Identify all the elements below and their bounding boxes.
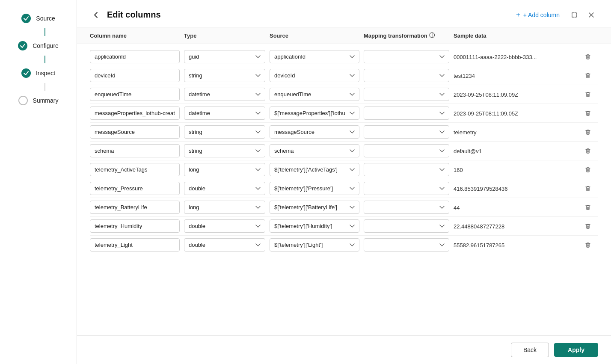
type-select[interactable]: guidstringdatetimelongdoubleintbooleanfl… [184,219,265,233]
source-select[interactable]: messageSource [270,125,359,139]
type-select[interactable]: guidstringdatetimelongdoubleintbooleanfl… [184,69,265,82]
type-select[interactable]: guidstringdatetimelongdoubleintbooleanfl… [184,182,265,195]
column-name-input[interactable] [90,163,180,176]
column-name-input[interactable] [90,201,180,214]
mapping-select[interactable] [364,163,449,176]
sidebar-item-source[interactable]: Source [13,9,63,28]
mapping-select[interactable] [364,107,449,120]
column-name-input[interactable] [90,69,180,82]
column-headers: Column name Type Source Mapping transfor… [77,27,611,44]
mapping-select[interactable] [364,238,449,252]
col-header-source: Source [270,32,364,39]
col-header-name: Column name [90,32,184,39]
delete-row-button[interactable] [583,240,593,250]
source-select[interactable]: schema [270,144,359,157]
table-row: guidstringdatetimelongdoubleintbooleanfl… [90,160,598,179]
sample-data-value: 160 [454,167,466,173]
delete-row-button[interactable] [583,108,593,118]
delete-row-button[interactable] [583,183,593,194]
column-name-input[interactable] [90,144,180,157]
table-row: guidstringdatetimelongdoubleintbooleanfl… [90,236,598,254]
column-name-input[interactable] [90,238,180,252]
connector-1 [44,28,45,36]
type-select[interactable]: guidstringdatetimelongdoubleintbooleanfl… [184,163,265,176]
source-select[interactable]: $['telemetry']['BatteryLife'] [270,201,359,214]
delete-row-button[interactable] [583,71,593,81]
source-select[interactable]: applicationId [270,50,359,63]
type-select[interactable]: guidstringdatetimelongdoubleintbooleanfl… [184,107,265,120]
table-row: guidstringdatetimelongdoubleintbooleanfl… [90,66,598,85]
table-row: guidstringdatetimelongdoubleintbooleanfl… [90,123,598,142]
mapping-select[interactable] [364,69,449,82]
sidebar-label-summary: Summary [33,97,59,104]
back-button[interactable]: Back [511,343,549,357]
column-name-input[interactable] [90,219,180,233]
type-select[interactable]: guidstringdatetimelongdoubleintbooleanfl… [184,50,265,63]
col-header-type: Type [184,32,270,39]
column-name-input[interactable] [90,50,180,63]
step-circle-source [21,14,31,23]
source-select[interactable]: $['telemetry']['ActiveTags'] [270,163,359,176]
mapping-select[interactable] [364,88,449,101]
sidebar-item-inspect[interactable]: Inspect [13,63,64,83]
rows-container: guidstringdatetimelongdoubleintbooleanfl… [77,44,611,335]
add-column-button[interactable]: ＋ + Add column [510,8,564,22]
type-select[interactable]: guidstringdatetimelongdoubleintbooleanfl… [184,201,265,214]
delete-row-button[interactable] [583,202,593,213]
delete-row-button[interactable] [583,165,593,175]
source-select[interactable]: $['telemetry']['Pressure'] [270,182,359,195]
sidebar-label-inspect: Inspect [36,70,55,77]
header: Edit columns ＋ + Add column [77,0,611,27]
source-select[interactable]: $['telemetry']['Light'] [270,238,359,252]
sidebar-item-configure[interactable]: Configure [9,36,67,56]
mapping-select[interactable] [364,201,449,214]
mapping-select[interactable] [364,144,449,157]
add-column-label: + Add column [523,12,560,18]
table-row: guidstringdatetimelongdoubleintbooleanfl… [90,198,598,217]
type-select[interactable]: guidstringdatetimelongdoubleintbooleanfl… [184,125,265,139]
sample-data-value: 416.85391979528436 [454,186,511,192]
source-select[interactable]: deviceId [270,69,359,82]
sidebar: Source Configure Inspect Summary [0,0,77,364]
delete-row-button[interactable] [583,89,593,100]
mapping-select[interactable] [364,182,449,195]
sample-data-value: default@v1 [454,148,485,154]
source-select[interactable]: $['messageProperties']['iothu [270,107,359,120]
mapping-select[interactable] [364,50,449,63]
source-select[interactable]: enqueuedTime [270,88,359,101]
column-name-input[interactable] [90,107,180,120]
mapping-select[interactable] [364,219,449,233]
step-circle-summary [18,96,28,105]
close-button[interactable] [584,10,598,20]
sample-data-value: 44 [454,204,463,211]
delete-row-button[interactable] [583,146,593,156]
column-name-input[interactable] [90,88,180,101]
delete-row-button[interactable] [583,221,593,231]
apply-button[interactable]: Apply [554,343,598,357]
type-select[interactable]: guidstringdatetimelongdoubleintbooleanfl… [184,144,265,157]
type-select[interactable]: guidstringdatetimelongdoubleintbooleanfl… [184,238,265,252]
table-row: guidstringdatetimelongdoubleintbooleanfl… [90,217,598,236]
sidebar-label-source: Source [36,15,55,22]
table-row: guidstringdatetimelongdoubleintbooleanfl… [90,104,598,123]
delete-row-button[interactable] [583,127,593,137]
sample-data-value: test1234 [454,73,478,79]
sidebar-item-summary[interactable]: Summary [10,91,67,110]
sidebar-label-configure: Configure [33,42,59,49]
back-navigation-button[interactable] [90,9,102,21]
main-content: Edit columns ＋ + Add column Column name … [77,0,611,364]
mapping-select[interactable] [364,125,449,139]
column-name-input[interactable] [90,125,180,139]
sample-data-value: 2023-09-25T08:11:09.09Z [454,92,522,98]
type-select[interactable]: guidstringdatetimelongdoubleintbooleanfl… [184,88,265,101]
source-select[interactable]: $['telemetry']['Humidity'] [270,219,359,233]
connector-2 [44,56,45,63]
expand-button[interactable] [567,10,581,20]
delete-row-button[interactable] [583,52,593,62]
table-row: guidstringdatetimelongdoubleintbooleanfl… [90,47,598,66]
sample-data-value: 55582.96151787265 [454,242,508,249]
col-header-mapping: Mapping transformation ⓘ [364,32,454,39]
column-name-input[interactable] [90,182,180,195]
table-row: guidstringdatetimelongdoubleintbooleanfl… [90,179,598,198]
step-circle-configure [18,41,27,50]
